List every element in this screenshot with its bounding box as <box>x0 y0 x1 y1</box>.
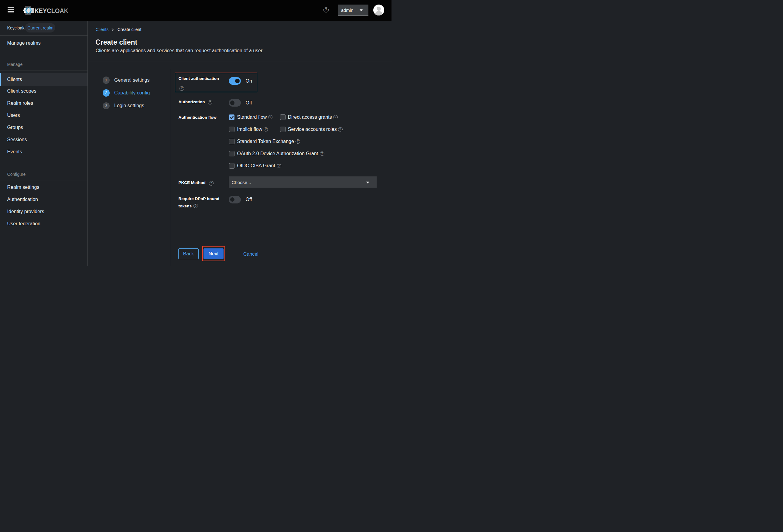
svg-text:KEYCLOAK: KEYCLOAK <box>34 7 68 14</box>
